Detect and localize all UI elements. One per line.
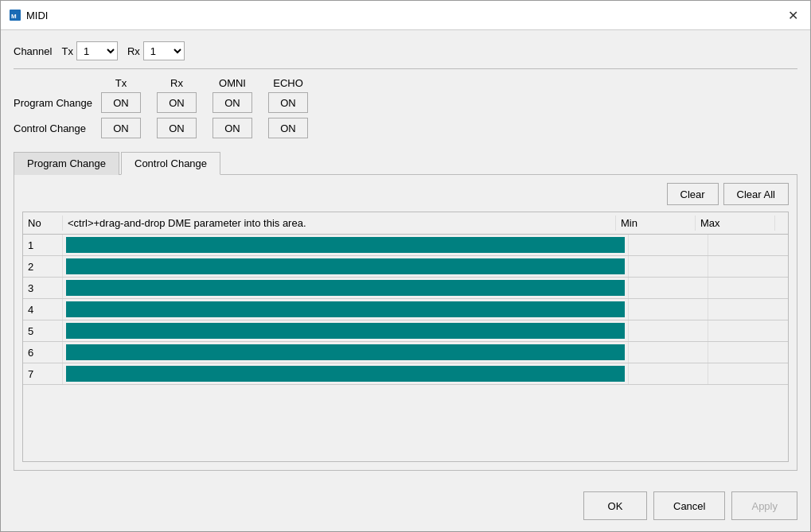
row-no: 3 <box>23 278 63 298</box>
row-min <box>629 278 708 298</box>
row-param[interactable] <box>63 299 629 320</box>
row-min <box>629 342 708 363</box>
control-change-label: Control Change <box>14 122 93 134</box>
row-max <box>708 342 788 363</box>
row-min <box>629 235 708 255</box>
row-no: 4 <box>23 299 63 320</box>
control-change-rx-btn[interactable]: ON <box>157 118 197 138</box>
row-max <box>708 278 788 298</box>
col-rx-header: Rx <box>149 77 205 89</box>
control-change-omni-btn[interactable]: ON <box>212 118 252 138</box>
row-no: 6 <box>23 342 63 363</box>
program-change-omni-btn[interactable]: ON <box>212 92 252 113</box>
control-change-echo-btn[interactable]: ON <box>268 118 308 138</box>
table-row: 4 <box>23 299 788 320</box>
tabs-row: Program Change Control Change <box>14 151 797 175</box>
dialog-content: Channel Tx 1234 Rx 1234 Tx Rx OMNI ECHO <box>1 30 810 482</box>
svg-text:M: M <box>11 13 17 20</box>
title-bar-left: M MIDI <box>9 9 48 21</box>
row-min <box>629 363 708 384</box>
row-param[interactable] <box>63 256 629 277</box>
col-min: Min <box>616 216 696 231</box>
clear-buttons-row: Clear Clear All <box>22 183 789 205</box>
row-min <box>629 299 708 320</box>
rx-label: Rx <box>127 45 140 57</box>
row-min <box>629 320 708 341</box>
program-change-echo-btn[interactable]: ON <box>268 92 308 113</box>
table-row: 2 <box>23 256 788 278</box>
table-body: 1 2 3 <box>23 235 788 461</box>
program-change-label: Program Change <box>14 97 93 109</box>
tx-label: Tx <box>61 45 72 57</box>
channel-label: Channel <box>14 45 52 57</box>
row-no: 7 <box>23 363 63 384</box>
toggle-grid-header: Tx Rx OMNI ECHO <box>14 77 797 89</box>
table-row: 7 <box>23 363 788 385</box>
col-echo-header: ECHO <box>260 77 316 89</box>
row-param[interactable] <box>63 278 629 298</box>
control-change-row: Control Change ON ON ON ON <box>14 118 797 138</box>
tab-program-change[interactable]: Program Change <box>14 152 119 175</box>
dialog-footer: OK Cancel Apply <box>1 482 810 531</box>
row-param[interactable] <box>63 342 629 363</box>
tx-group: Tx 1234 <box>61 41 117 60</box>
col-tx-header: Tx <box>93 77 149 89</box>
cancel-button[interactable]: Cancel <box>653 491 725 520</box>
rx-select[interactable]: 1234 <box>143 41 185 60</box>
row-max <box>708 299 788 320</box>
program-change-rx-btn[interactable]: ON <box>157 92 197 113</box>
row-param[interactable] <box>63 363 629 384</box>
row-param[interactable] <box>63 320 629 341</box>
parameter-table: No <ctrl>+drag-and-drop DME parameter in… <box>22 212 789 462</box>
row-no: 1 <box>23 235 63 255</box>
clear-button[interactable]: Clear <box>667 183 719 205</box>
table-header: No <ctrl>+drag-and-drop DME parameter in… <box>23 212 788 235</box>
channel-row: Channel Tx 1234 Rx 1234 <box>14 41 797 60</box>
clear-all-button[interactable]: Clear All <box>723 183 789 205</box>
col-max: Max <box>696 216 775 231</box>
window-title: MIDI <box>26 10 48 21</box>
midi-icon: M <box>9 9 21 21</box>
ok-button[interactable]: OK <box>583 491 647 520</box>
close-button[interactable]: ✕ <box>783 6 802 25</box>
divider-1 <box>14 68 797 69</box>
row-no: 5 <box>23 320 63 341</box>
program-change-tx-btn[interactable]: ON <box>101 92 141 113</box>
col-scroll <box>775 216 788 231</box>
col-no: No <box>23 216 63 231</box>
table-row: 1 <box>23 235 788 256</box>
tx-select[interactable]: 1234 <box>76 41 118 60</box>
title-bar: M MIDI ✕ <box>1 1 810 30</box>
table-row: 3 <box>23 278 788 299</box>
midi-dialog: M MIDI ✕ Channel Tx 1234 Rx 1234 <box>0 0 811 532</box>
row-max <box>708 235 788 255</box>
col-param: <ctrl>+drag-and-drop DME parameter into … <box>63 216 616 231</box>
table-row: 5 <box>23 320 788 342</box>
row-max <box>708 363 788 384</box>
table-row: 6 <box>23 342 788 363</box>
row-no: 2 <box>23 256 63 277</box>
col-omni-header: OMNI <box>205 77 260 89</box>
control-change-tx-btn[interactable]: ON <box>101 118 141 138</box>
rx-group: Rx 1234 <box>127 41 185 60</box>
apply-button[interactable]: Apply <box>731 491 797 520</box>
program-change-row: Program Change ON ON ON ON <box>14 92 797 113</box>
tab-control-change[interactable]: Control Change <box>121 152 220 175</box>
row-max <box>708 320 788 341</box>
row-param[interactable] <box>63 235 629 255</box>
tab-content: Clear Clear All No <ctrl>+drag-and-drop … <box>14 175 797 471</box>
row-min <box>629 256 708 277</box>
row-max <box>708 256 788 277</box>
